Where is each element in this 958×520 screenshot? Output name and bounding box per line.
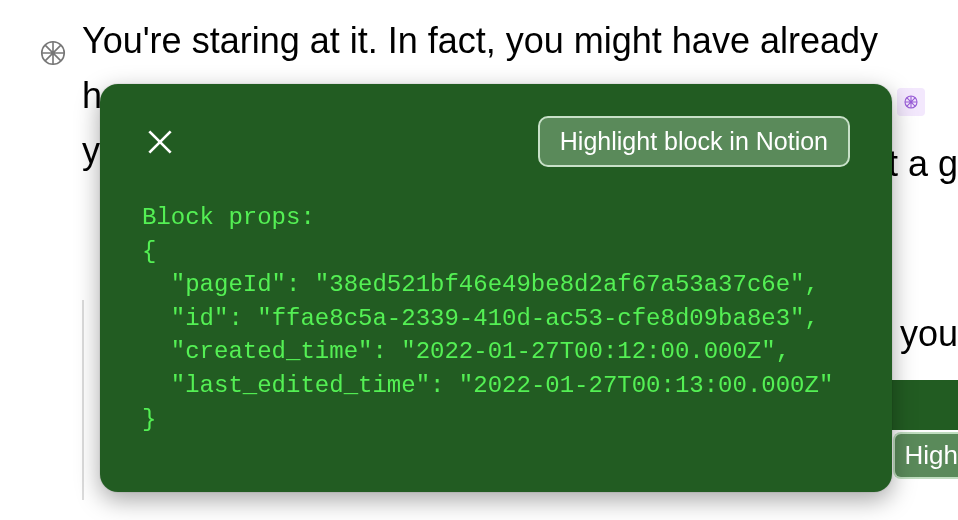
background-divider-vertical <box>82 300 84 500</box>
close-button[interactable] <box>142 124 178 160</box>
popup-header: Highlight block in Notion <box>142 116 850 167</box>
background-text-line1: You're staring at it. In fact, you might… <box>82 20 878 62</box>
openai-logo-icon <box>38 38 68 68</box>
code-created-time: 2022-01-27T00:12:00.000Z <box>416 338 762 365</box>
code-pageId: 38ed521bf46e49be8d2af67a53a37c6e <box>329 271 790 298</box>
ai-badge-icon <box>897 88 925 116</box>
background-text-fragment-1: t a g <box>888 143 958 185</box>
code-id: ffae8c5a-2339-410d-ac53-cfe8d09ba8e3 <box>272 305 790 332</box>
block-props-popup: Highlight block in Notion Block props: {… <box>100 84 892 492</box>
code-last-edited-time: 2022-01-27T00:13:00.000Z <box>473 372 819 399</box>
background-text-line3: y <box>82 130 100 172</box>
background-highlight-fragment: High <box>893 432 958 479</box>
highlight-block-button[interactable]: Highlight block in Notion <box>538 116 850 167</box>
background-text-fragment-2: you <box>900 313 958 355</box>
close-icon <box>144 126 176 158</box>
code-title: Block props: <box>142 204 315 231</box>
block-props-code: Block props: { "pageId": "38ed521bf46e49… <box>142 201 850 436</box>
